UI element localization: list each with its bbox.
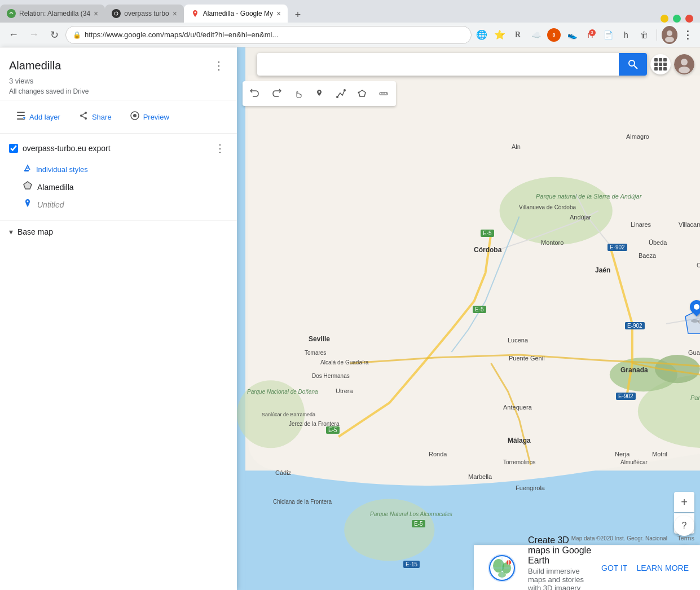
redo-button[interactable]	[266, 83, 287, 104]
undo-button[interactable]	[245, 83, 265, 104]
map-profile-button[interactable]	[674, 54, 694, 74]
learn-more-button[interactable]: LEARN MORE	[636, 563, 689, 573]
pin-shadow	[691, 319, 699, 323]
layer-item-alamedilla[interactable]: Alamedilla	[9, 178, 228, 196]
map-search-button[interactable]	[619, 53, 647, 76]
draw-shape-button[interactable]	[352, 83, 372, 104]
window-maximize[interactable]	[673, 15, 681, 23]
layer-menu-button[interactable]: ⋮	[212, 140, 228, 156]
got-it-button[interactable]: GOT IT	[601, 563, 627, 573]
map-area: Seville Málaga Granada Jaén Córdoba Alme…	[237, 47, 700, 590]
help-button[interactable]: ?	[674, 516, 694, 536]
layer-style-button[interactable]: Individual styles	[9, 161, 228, 178]
address-bar[interactable]: 🔒 https://www.google.com/maps/d/u/0/edit…	[65, 26, 472, 44]
map-pin[interactable]	[688, 300, 700, 323]
preview-button[interactable]: Preview	[123, 107, 176, 126]
highway-e902-2: E-902	[625, 322, 645, 329]
new-tab-button[interactable]: +	[290, 7, 306, 23]
menu-button[interactable]: ⋮	[680, 27, 695, 43]
layer-checkbox[interactable]	[9, 144, 18, 153]
svg-point-6	[665, 37, 674, 42]
zoom-in-button[interactable]: +	[674, 492, 694, 512]
tab-close-osm[interactable]: ×	[94, 9, 98, 18]
add-layer-button[interactable]: Add layer	[9, 107, 67, 126]
svg-point-40	[358, 92, 360, 94]
city-tomares: Tomares	[305, 350, 326, 356]
tab-bar: Relation: Alamedilla (34 × overpass turb…	[0, 0, 700, 23]
highway-e5-3: E-5	[412, 520, 425, 527]
tab-title-overpass: overpass turbo	[124, 10, 169, 17]
park-andujar: Parque natural de la Sierra de Andújar	[536, 193, 604, 200]
notification-actions: GOT IT LEARN MORE	[601, 563, 689, 573]
draw-line-button[interactable]	[331, 83, 351, 104]
sidebar-menu-button[interactable]: ⋮	[210, 56, 228, 74]
tab-maps[interactable]: Alamedilla - Google My ×	[184, 5, 288, 23]
city-lucena: Lucena	[508, 337, 528, 344]
svg-point-38	[336, 96, 338, 98]
extension-badge-3[interactable]: ⊓ 3	[582, 27, 598, 43]
map-canvas: Seville Málaga Granada Jaén Córdoba Alme…	[237, 47, 700, 590]
apps-button[interactable]	[650, 54, 671, 74]
sidebar-title-row: Alamedilla ⋮	[9, 56, 228, 74]
tab-osm[interactable]: Relation: Alamedilla (34 ×	[0, 5, 105, 23]
layer-name-row: overpass-turbo.eu export	[9, 144, 111, 153]
share-icon	[78, 111, 89, 123]
undo-icon	[250, 89, 260, 99]
hand-icon	[293, 89, 303, 99]
city-dos-hermanas: Dos Hermanas	[312, 373, 350, 379]
map-search-bar	[257, 53, 647, 76]
back-button[interactable]: ←	[5, 26, 23, 44]
layer-item-untitled[interactable]: Untitled	[9, 196, 228, 213]
tab-overpass[interactable]: overpass turbo ×	[105, 5, 184, 23]
redo-icon	[271, 89, 281, 99]
tab-close-maps[interactable]: ×	[276, 9, 281, 18]
svg-point-15	[85, 117, 87, 120]
svg-line-16	[82, 113, 85, 115]
window-close[interactable]	[685, 15, 693, 23]
browser-toolbar: ← → ↻ 🔒 https://www.google.com/maps/d/u/…	[0, 23, 700, 47]
map-avatar	[674, 54, 694, 74]
city-granada: Granada	[620, 366, 648, 374]
extension-icon-shoe[interactable]: 👟	[564, 27, 580, 43]
extension-icon-1[interactable]: 🌐	[474, 27, 490, 43]
city-linares: Linares	[631, 221, 651, 228]
extension-icon-cloud[interactable]: ☁️	[528, 27, 544, 43]
tab-favicon-maps	[191, 9, 200, 18]
extension-badge-0[interactable]: 0	[546, 27, 562, 43]
extension-icon-h[interactable]: h	[618, 27, 634, 43]
city-fuengirola: Fuengirola	[516, 485, 545, 491]
extension-icon-doc[interactable]: 📄	[600, 27, 616, 43]
city-puente-genil: Puente Genil	[509, 355, 545, 362]
city-cazorla: Cazorla	[697, 262, 700, 268]
forward-button[interactable]: →	[25, 26, 43, 44]
add-point-button[interactable]	[309, 83, 329, 104]
extension-icon-2[interactable]: ⭐	[492, 27, 508, 43]
sidebar-views: 3 views	[9, 77, 228, 85]
park-sierra-nevada: Parque Nacional de Sierra Nevada	[690, 394, 700, 401]
preview-label: Preview	[143, 113, 169, 121]
extension-icon-r[interactable]: R	[510, 27, 526, 43]
individual-styles-label: Individual styles	[36, 165, 88, 174]
city-sanlucar: Sanlúcar de Barrameda	[262, 412, 290, 417]
tab-close-overpass[interactable]: ×	[173, 9, 177, 18]
tab-favicon-osm	[7, 9, 16, 18]
refresh-button[interactable]: ↻	[45, 26, 63, 44]
city-utrera: Utrera	[336, 388, 353, 394]
measure-button[interactable]	[373, 83, 394, 104]
window-minimize[interactable]	[661, 15, 668, 23]
svg-point-0	[8, 11, 14, 16]
terms-link[interactable]: Terms	[677, 535, 694, 541]
pan-button[interactable]	[288, 83, 308, 104]
toolbar-icons: 🌐 ⭐ R ☁️ 0 👟 ⊓ 3 📄 h 🗑	[474, 27, 695, 43]
extension-icon-trash[interactable]: 🗑	[636, 27, 652, 43]
map-search-input[interactable]	[257, 60, 619, 69]
sidebar-actions: Add layer Share Preview	[0, 100, 237, 134]
svg-point-13	[80, 115, 82, 117]
pin-icon	[23, 198, 33, 211]
svg-rect-8	[17, 115, 25, 116]
profile-button[interactable]	[662, 27, 677, 43]
share-button[interactable]: Share	[72, 107, 118, 126]
browser-window: Relation: Alamedilla (34 × overpass turb…	[0, 0, 700, 47]
base-map-row[interactable]: ▾ Base map	[9, 227, 228, 236]
base-map-section: ▾ Base map	[0, 221, 237, 243]
